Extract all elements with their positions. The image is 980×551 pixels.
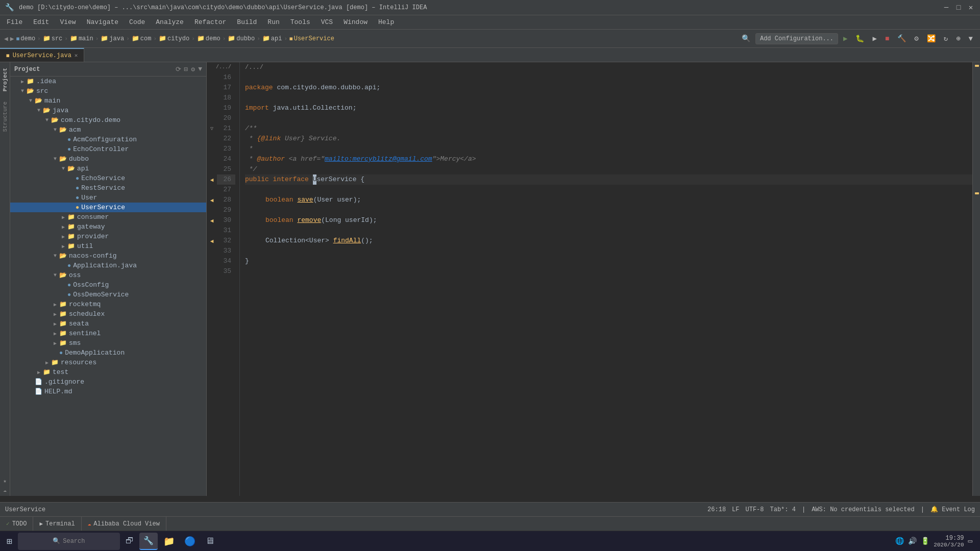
- menu-edit[interactable]: Edit: [29, 17, 53, 28]
- menu-vcs[interactable]: VCS: [317, 17, 337, 28]
- impl-icon-32[interactable]: ◀: [207, 236, 217, 246]
- breadcrumb-demo[interactable]: ◼ demo: [16, 35, 35, 42]
- menu-tools[interactable]: Tools: [286, 17, 314, 28]
- build-btn[interactable]: 🔨: [894, 33, 909, 44]
- tree-item-helpmd[interactable]: ▶ 📄 HELP.md: [10, 387, 206, 396]
- tree-item-acm[interactable]: ▼ 📂 acm: [10, 125, 206, 135]
- debug-btn[interactable]: 🐛: [852, 33, 867, 44]
- breadcrumb-api[interactable]: 📁 api: [262, 35, 282, 42]
- tree-item-ossdemoservice[interactable]: ▶ ● OssDemoService: [10, 290, 206, 299]
- settings-icon[interactable]: ⚙: [911, 33, 921, 44]
- forward-icon[interactable]: ▶: [10, 35, 14, 43]
- tray-sound-icon[interactable]: 🔊: [908, 537, 917, 545]
- tree-item-oss[interactable]: ▼ 📂 oss: [10, 270, 206, 280]
- tab-userservice[interactable]: ◼ UserService.java ✕: [0, 48, 84, 62]
- tray-battery-icon[interactable]: 🔋: [921, 537, 929, 545]
- breadcrumb-com[interactable]: 📁 com: [132, 35, 152, 42]
- menu-navigate[interactable]: Navigate: [83, 17, 122, 28]
- tree-settings-icon[interactable]: ⚙: [191, 65, 195, 73]
- more-icon[interactable]: ▼: [966, 33, 976, 44]
- tree-item-seata[interactable]: ▶ 📁 seata: [10, 319, 206, 329]
- tree-item-gitignore[interactable]: ▶ 📄 .gitignore: [10, 377, 206, 387]
- run2-btn[interactable]: ▶: [869, 33, 879, 44]
- tree-item-restservice[interactable]: ▶ ● RestService: [10, 183, 206, 193]
- menu-window[interactable]: Window: [339, 17, 372, 28]
- chrome-taskbar-btn[interactable]: 🔵: [180, 533, 200, 550]
- tree-item-gateway[interactable]: ▶ 📁 gateway: [10, 222, 206, 232]
- minimize-btn[interactable]: ─: [942, 4, 950, 12]
- search-taskbar[interactable]: 🔍 Search: [18, 533, 120, 550]
- tab-close-icon[interactable]: ✕: [75, 52, 78, 59]
- menu-run[interactable]: Run: [263, 17, 283, 28]
- breadcrumb-demo2[interactable]: 📁 demo: [197, 35, 220, 42]
- code-editor[interactable]: ▽ ◀ ◀ ◀ ◀ /.../ 16 17 18 19 20 21 22: [207, 62, 980, 496]
- stop-btn[interactable]: ■: [882, 33, 892, 44]
- breadcrumb-main[interactable]: 📁 main: [70, 35, 93, 42]
- back-icon[interactable]: ◀: [4, 35, 8, 43]
- menu-help[interactable]: Help: [374, 17, 398, 28]
- breadcrumb-src[interactable]: 📁 src: [43, 35, 63, 42]
- fold-icon-21[interactable]: ▽: [207, 123, 217, 134]
- menu-build[interactable]: Build: [233, 17, 261, 28]
- tree-item-userservice[interactable]: ▶ ● UserService: [10, 203, 206, 212]
- menu-file[interactable]: File: [3, 17, 27, 28]
- tree-item-ossconfig[interactable]: ▶ ● OssConfig: [10, 280, 206, 290]
- bottom-tab-terminal[interactable]: ▶ Terminal: [33, 517, 81, 531]
- menu-view[interactable]: View: [56, 17, 80, 28]
- tree-item-consumer[interactable]: ▶ 📁 consumer: [10, 212, 206, 222]
- tree-item-echocontroller[interactable]: ▶ ● EchoController: [10, 144, 206, 154]
- terminal-taskbar-btn[interactable]: 🖥: [201, 533, 218, 550]
- tree-item-user[interactable]: ▶ ● User: [10, 193, 206, 203]
- breadcrumb-userservice[interactable]: ◼ UserService: [289, 35, 334, 42]
- tree-item-src[interactable]: ▼ 📂 src: [10, 86, 206, 96]
- tree-item-java[interactable]: ▼ 📂 java: [10, 106, 206, 115]
- close-btn[interactable]: ✕: [967, 4, 975, 12]
- impl-icon-26[interactable]: ◀: [207, 174, 217, 185]
- tray-network-icon[interactable]: 🌐: [895, 537, 904, 545]
- system-clock[interactable]: 19:39 2020/3/20: [934, 535, 964, 548]
- add-config-btn[interactable]: Add Configuration...: [755, 33, 838, 44]
- impl-icon-30[interactable]: ◀: [207, 215, 217, 226]
- breadcrumb-dubbo[interactable]: 📁 dubbo: [228, 35, 255, 42]
- aws-explorer-side-tab[interactable]: ☁: [3, 487, 7, 493]
- favorites-side-tab[interactable]: ★: [3, 478, 7, 484]
- breadcrumb-citydo[interactable]: 📁 citydo: [159, 35, 189, 42]
- tree-item-demoapplication[interactable]: ▶ ● DemoApplication: [10, 348, 206, 358]
- tree-item-sms[interactable]: ▶ 📁 sms: [10, 338, 206, 348]
- tree-item-nacos-config[interactable]: ▼ 📂 nacos-config: [10, 251, 206, 261]
- explorer-taskbar-btn[interactable]: 📁: [159, 533, 179, 550]
- tree-item-applicationjava[interactable]: ▶ ● Application.java: [10, 261, 206, 270]
- tree-gear-icon[interactable]: ▼: [198, 65, 202, 73]
- menu-refactor[interactable]: Refactor: [190, 17, 230, 28]
- intellij-taskbar-btn[interactable]: 🔧: [139, 533, 158, 550]
- impl-icon-28[interactable]: ◀: [207, 195, 217, 205]
- structure-side-tab[interactable]: Structure: [1, 99, 9, 134]
- tree-item-provider[interactable]: ▶ 📁 provider: [10, 232, 206, 241]
- run-btn[interactable]: ▶: [840, 33, 850, 44]
- bottom-tab-alibaba[interactable]: ☁ Alibaba Cloud View: [82, 517, 166, 531]
- git-icon[interactable]: ⊕: [953, 33, 963, 44]
- start-button[interactable]: ⊞: [3, 533, 16, 550]
- tree-item-util[interactable]: ▶ 📁 util: [10, 241, 206, 251]
- tree-item-schedulex[interactable]: ▶ 📁 schedulex: [10, 309, 206, 319]
- tree-sync-icon[interactable]: ⟳: [176, 65, 181, 73]
- code-lines[interactable]: /.../ package com.citydo.demo.dubbo.api;…: [240, 62, 972, 496]
- search-everywhere-icon[interactable]: 🔍: [739, 33, 753, 44]
- maximize-btn[interactable]: □: [954, 4, 963, 12]
- tree-item-com-citydo-demo[interactable]: ▼ 📂 com.citydo.demo: [10, 115, 206, 125]
- project-side-tab[interactable]: Project: [1, 65, 9, 94]
- tree-item-idea[interactable]: ▶ 📁 .idea: [10, 77, 206, 86]
- taskview-btn[interactable]: 🗗: [121, 533, 138, 550]
- status-eventlog[interactable]: 🔔 Event Log: [930, 506, 975, 513]
- menu-code[interactable]: Code: [125, 17, 149, 28]
- tree-item-echoservice[interactable]: ▶ ● EchoService: [10, 173, 206, 183]
- tree-item-main[interactable]: ▼ 📂 main: [10, 96, 206, 106]
- tree-item-rocketmq[interactable]: ▶ 📁 rocketmq: [10, 299, 206, 309]
- update-icon[interactable]: ↻: [941, 33, 951, 44]
- tree-item-dubbo[interactable]: ▼ 📂 dubbo: [10, 154, 206, 164]
- bottom-tab-todo[interactable]: ✓ TODO: [0, 517, 33, 531]
- tree-item-resources[interactable]: ▶ 📁 resources: [10, 358, 206, 367]
- tree-item-acmconfig[interactable]: ▶ ● AcmConfiguration: [10, 135, 206, 144]
- show-desktop-btn[interactable]: ▭: [968, 537, 972, 545]
- breadcrumb-java[interactable]: 📁 java: [101, 35, 124, 42]
